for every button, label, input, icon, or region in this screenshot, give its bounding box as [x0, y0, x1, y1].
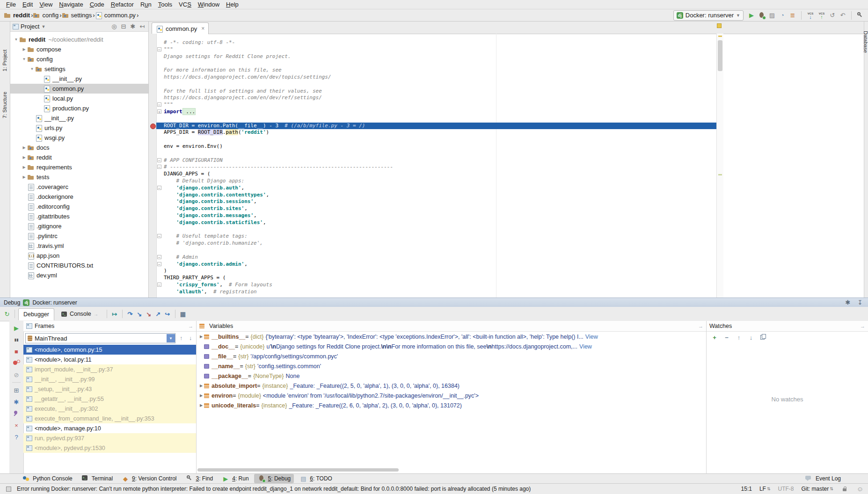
show-execution-point-icon[interactable]: ↦: [110, 310, 119, 318]
editor-gutter[interactable]: [149, 34, 157, 298]
collapse-all-icon[interactable]: ⊟: [119, 22, 128, 31]
tree-item-common-py[interactable]: common.py: [10, 84, 148, 94]
readonly-lock-icon[interactable]: [841, 485, 849, 493]
tool-window-button-3-find[interactable]: 3: Find: [182, 474, 217, 483]
highlighting-level-icon[interactable]: ☺: [857, 485, 863, 493]
menu-run[interactable]: Run: [137, 0, 155, 9]
line-endings[interactable]: LF⇅: [759, 486, 771, 492]
run-icon[interactable]: ▶: [747, 11, 756, 20]
git-branch[interactable]: Git: master⇅: [801, 486, 833, 492]
tree-expander-icon[interactable]: ▶: [21, 165, 27, 169]
fold-marker[interactable]: −: [157, 262, 161, 266]
fold-marker[interactable]: −: [157, 283, 161, 287]
tool-window-button-5-debug[interactable]: 5: Debug: [254, 474, 294, 483]
rerun-icon[interactable]: ↻: [3, 310, 11, 318]
tab-console[interactable]: Console→: [55, 308, 103, 320]
menu-file[interactable]: File: [3, 0, 19, 9]
evaluate-expression-icon[interactable]: ▦: [179, 310, 187, 318]
debug-icon[interactable]: [758, 11, 766, 20]
tree-item-tests[interactable]: ▶tests: [10, 172, 148, 182]
variable-row[interactable]: __package__ = {NoneType}None: [197, 371, 706, 381]
fold-marker[interactable]: −: [157, 158, 161, 162]
tree-item-reddit[interactable]: ▼reddit~/cookiecutter/reddit: [10, 35, 148, 44]
tree-item-wsgi-py[interactable]: wsgi.py: [10, 133, 148, 143]
tree-item--travis-yml[interactable]: .travis.yml: [10, 241, 148, 251]
settings-gear-icon[interactable]: ✱: [129, 22, 137, 31]
frame-row[interactable]: import_module, __init__.py:37: [23, 364, 196, 374]
frame-row[interactable]: <module>, pydevd.py:1530: [23, 443, 196, 453]
coverage-icon[interactable]: ▨: [768, 11, 776, 20]
event-log-button[interactable]: Event Log: [804, 474, 841, 483]
variables-horizontal-scrollbar[interactable]: [197, 468, 399, 472]
frame-row[interactable]: __init__, __init__.py:99: [23, 374, 196, 384]
menu-tools[interactable]: Tools: [155, 0, 175, 9]
resume-icon[interactable]: ▶: [12, 324, 21, 332]
tree-item-settings[interactable]: ▼settings: [10, 64, 148, 74]
variable-row[interactable]: __file__ = {str}'/app/config/settings/co…: [197, 351, 706, 361]
variable-row[interactable]: ▶environ = {module}<module 'environ' fro…: [197, 391, 706, 400]
expand-icon[interactable]: ▶: [198, 403, 204, 407]
locate-icon[interactable]: ◎: [110, 22, 118, 31]
menu-refactor[interactable]: Refactor: [108, 0, 137, 9]
frame-row[interactable]: execute, __init__.py:302: [23, 404, 196, 414]
copy-icon[interactable]: [759, 333, 767, 341]
scrollbar-thumb[interactable]: [718, 40, 722, 71]
breakpoint-icon[interactable]: [150, 124, 156, 129]
tool-window-button-9-version-control[interactable]: ◆9: Version Control: [118, 474, 180, 483]
debugger-settings-icon[interactable]: ✱: [12, 398, 21, 406]
search-everywhere-icon[interactable]: [856, 11, 864, 20]
menu-code[interactable]: Code: [87, 0, 108, 9]
tab-debugger[interactable]: Debugger: [18, 308, 54, 320]
tree-item-reddit[interactable]: ▶reddit: [10, 153, 148, 162]
tree-item--gitignore[interactable]: .gitignore: [10, 221, 148, 231]
run-configuration-select[interactable]: dj Docker: runserver ▼: [673, 10, 744, 21]
warning-stripe-mark[interactable]: [718, 36, 722, 37]
step-into-icon[interactable]: ↘: [135, 310, 144, 318]
tree-item-__init__-py[interactable]: __init__.py: [10, 74, 148, 84]
undo-icon[interactable]: ↶: [839, 11, 847, 20]
next-frame-icon[interactable]: ↓: [187, 335, 194, 341]
remove-watch-icon[interactable]: −: [722, 333, 731, 341]
tree-item-dev-yml[interactable]: dev.yml: [10, 270, 148, 280]
menu-vcs[interactable]: VCS: [175, 0, 195, 9]
frame-row[interactable]: execute_from_command_line, __init__.py:3…: [23, 414, 196, 423]
expand-icon[interactable]: ▶: [198, 334, 204, 339]
tree-item-__init__-py[interactable]: __init__.py: [10, 113, 148, 123]
tree-item--pylintrc[interactable]: .pylintrc: [10, 231, 148, 241]
tree-item--gitattributes[interactable]: .gitattributes: [10, 211, 148, 221]
chevron-down-icon[interactable]: ▼: [41, 24, 45, 29]
tree-expander-icon[interactable]: ▼: [29, 67, 35, 71]
tree-item-app-json[interactable]: app.json: [10, 251, 148, 261]
move-down-icon[interactable]: ↓: [747, 333, 755, 341]
frame-row[interactable]: <module>, local.py:11: [23, 355, 196, 364]
stripe-mark[interactable]: [718, 174, 722, 175]
help-icon[interactable]: ?: [12, 433, 21, 441]
hide-window-icon[interactable]: ↧: [856, 298, 864, 307]
frame-row[interactable]: __getattr__, __init__.py:55: [23, 394, 196, 404]
expand-icon[interactable]: ▶: [198, 393, 204, 398]
previous-frame-icon[interactable]: ↑: [177, 335, 185, 341]
tool-window-button-terminal[interactable]: Terminal: [78, 474, 116, 483]
jump-to-output-icon[interactable]: →: [94, 312, 98, 317]
tree-item-production-py[interactable]: production.py: [10, 103, 148, 113]
fold-marker[interactable]: −: [157, 234, 161, 238]
settings-gear-icon[interactable]: ✱: [844, 298, 852, 307]
fold-marker[interactable]: −: [157, 47, 161, 51]
step-over-icon[interactable]: ↷: [126, 310, 134, 318]
stop-icon[interactable]: ■: [12, 347, 21, 356]
vcs-update-icon[interactable]: VCS↓: [806, 11, 815, 20]
tree-item-docs[interactable]: ▶docs: [10, 143, 148, 153]
fold-marker[interactable]: −: [157, 165, 161, 169]
editor-tab-common-py[interactable]: common.py ×: [152, 22, 209, 34]
fold-marker[interactable]: −: [157, 102, 161, 107]
profiler-icon[interactable]: ◔: [778, 11, 787, 20]
breadcrumb-config[interactable]: config: [33, 12, 58, 19]
pause-icon[interactable]: ▮▮: [12, 335, 21, 344]
tree-item--editorconfig[interactable]: .editorconfig: [10, 202, 148, 211]
force-step-into-icon[interactable]: ↘: [145, 310, 153, 318]
view-breakpoints-icon[interactable]: [12, 359, 21, 367]
menu-view[interactable]: View: [36, 0, 56, 9]
expand-icon[interactable]: ▶: [198, 384, 204, 388]
tree-expander-icon[interactable]: ▼: [13, 37, 19, 42]
fold-marker[interactable]: −: [157, 186, 161, 190]
